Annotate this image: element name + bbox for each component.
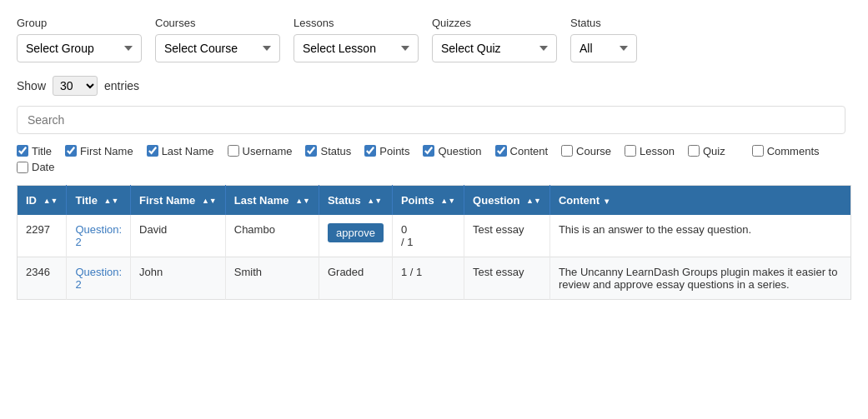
col-lastname-label: Last Name xyxy=(162,145,214,157)
col-points-label: Points xyxy=(379,145,409,157)
chevron-down-icon: ▾ xyxy=(605,197,609,206)
sort-arrows-id: ▲▼ xyxy=(43,197,58,205)
sort-arrows-points: ▲▼ xyxy=(440,197,455,205)
entries-label: entries xyxy=(104,79,139,92)
col-points-checkbox[interactable] xyxy=(364,145,376,157)
col-course-checkbox[interactable] xyxy=(561,145,573,157)
col-quiz-label: Quiz xyxy=(703,145,725,157)
col-quiz-checkbox[interactable] xyxy=(688,145,700,157)
status-filter: Status All xyxy=(570,17,637,62)
courses-label: Courses xyxy=(155,17,280,29)
th-id[interactable]: ID ▲▼ xyxy=(18,186,67,216)
cell-id: 2297 xyxy=(18,215,67,257)
sort-arrows-question: ▲▼ xyxy=(526,197,541,205)
cell-firstname: John xyxy=(131,257,226,300)
status-badge: Graded xyxy=(328,266,364,278)
lessons-filter: Lessons Select Lesson xyxy=(294,17,419,62)
cell-lastname: Chambo xyxy=(225,215,319,257)
col-content-checkbox[interactable] xyxy=(495,145,507,157)
column-toggle-col-lesson[interactable]: Lesson xyxy=(625,145,675,157)
cell-points: 0/ 1 xyxy=(392,215,464,257)
cell-question: Test essay xyxy=(464,215,550,257)
courses-filter: Courses Select Course xyxy=(155,17,280,62)
courses-select[interactable]: Select Course xyxy=(155,34,280,62)
col-date-checkbox[interactable] xyxy=(17,162,28,173)
cell-status: Graded xyxy=(319,257,392,300)
status-select[interactable]: All xyxy=(570,34,637,62)
cell-content: The Uncanny LearnDash Groups plugin make… xyxy=(549,257,850,300)
show-entries-row: Show 30 10 50 100 entries xyxy=(17,76,851,96)
column-toggle-col-comments[interactable]: Comments xyxy=(752,145,820,157)
column-toggle-col-date[interactable]: Date xyxy=(17,161,54,173)
table-header-row: ID ▲▼ Title ▲▼ First Name ▲▼ Last Name ▲… xyxy=(18,186,851,216)
group-filter: Group Select Group xyxy=(17,17,142,62)
search-box xyxy=(17,106,845,134)
col-username-checkbox[interactable] xyxy=(228,145,239,157)
lessons-label: Lessons xyxy=(294,17,419,29)
column-toggle-col-firstname[interactable]: First Name xyxy=(65,145,133,157)
column-toggle-col-course[interactable]: Course xyxy=(561,145,611,157)
th-points[interactable]: Points ▲▼ xyxy=(392,186,464,216)
col-title-checkbox[interactable] xyxy=(17,145,28,157)
cell-id: 2346 xyxy=(18,257,67,300)
search-input[interactable] xyxy=(17,106,845,134)
cell-status: approve xyxy=(319,215,392,257)
col-firstname-label: First Name xyxy=(80,145,133,157)
column-toggle-col-lastname[interactable]: Last Name xyxy=(147,145,214,157)
th-firstname[interactable]: First Name ▲▼ xyxy=(131,186,226,216)
col-content-label: Content xyxy=(510,145,549,157)
col-comments-checkbox[interactable] xyxy=(752,145,764,157)
lessons-select[interactable]: Select Lesson xyxy=(294,34,419,62)
col-status-label: Status xyxy=(320,145,351,157)
column-toggles: TitleFirst NameLast NameUsernameStatusPo… xyxy=(17,144,851,173)
cell-firstname: David xyxy=(131,215,226,257)
quizzes-label: Quizzes xyxy=(432,17,557,29)
col-title-label: Title xyxy=(32,145,52,157)
th-status[interactable]: Status ▲▼ xyxy=(319,186,392,216)
th-content: Content ▾ xyxy=(549,186,850,216)
cell-content: This is an answer to the essay question. xyxy=(549,215,850,257)
col-date-label: Date xyxy=(32,161,54,173)
cell-lastname: Smith xyxy=(225,257,319,300)
col-status-checkbox[interactable] xyxy=(305,145,317,157)
title-link[interactable]: Question: 2 xyxy=(75,223,122,248)
cell-points: 1 / 1 xyxy=(392,257,464,300)
column-toggle-col-title[interactable]: Title xyxy=(17,145,52,157)
col-question-checkbox[interactable] xyxy=(423,145,434,157)
show-label: Show xyxy=(17,79,46,92)
group-label: Group xyxy=(17,17,142,29)
column-toggle-col-quiz[interactable]: Quiz xyxy=(688,145,725,157)
col-lesson-label: Lesson xyxy=(640,145,675,157)
col-lesson-checkbox[interactable] xyxy=(625,145,636,157)
group-select[interactable]: Select Group xyxy=(17,34,142,62)
table-row: 2297Question: 2DavidChamboapprove0/ 1Tes… xyxy=(18,215,851,257)
column-toggle-col-username[interactable]: Username xyxy=(228,145,293,157)
sort-arrows-firstname: ▲▼ xyxy=(202,197,217,205)
status-label: Status xyxy=(570,17,637,29)
sort-arrows-status: ▲▼ xyxy=(367,197,382,205)
cell-question: Test essay xyxy=(464,257,550,300)
th-question[interactable]: Question ▲▼ xyxy=(464,186,550,216)
col-firstname-checkbox[interactable] xyxy=(65,145,77,157)
quizzes-select[interactable]: Select Quiz xyxy=(432,34,557,62)
table-row: 2346Question: 2JohnSmithGraded1 / 1Test … xyxy=(18,257,851,300)
column-toggle-col-status[interactable]: Status xyxy=(305,145,351,157)
column-toggle-col-question[interactable]: Question xyxy=(423,145,481,157)
col-username-label: Username xyxy=(243,145,293,157)
filters-row: Group Select Group Courses Select Course… xyxy=(17,17,851,62)
entries-count-select[interactable]: 30 10 50 100 xyxy=(53,76,98,96)
col-comments-label: Comments xyxy=(767,145,820,157)
title-link[interactable]: Question: 2 xyxy=(75,266,122,291)
sort-arrows-lastname: ▲▼ xyxy=(295,197,310,205)
col-lastname-checkbox[interactable] xyxy=(147,145,158,157)
th-title[interactable]: Title ▲▼ xyxy=(67,186,131,216)
data-table: ID ▲▼ Title ▲▼ First Name ▲▼ Last Name ▲… xyxy=(17,185,851,300)
quizzes-filter: Quizzes Select Quiz xyxy=(432,17,557,62)
approve-button[interactable]: approve xyxy=(328,223,384,242)
col-question-label: Question xyxy=(438,145,481,157)
col-course-label: Course xyxy=(576,145,611,157)
cell-title: Question: 2 xyxy=(67,215,131,257)
column-toggle-col-content[interactable]: Content xyxy=(495,145,549,157)
th-lastname[interactable]: Last Name ▲▼ xyxy=(225,186,319,216)
column-toggle-col-points[interactable]: Points xyxy=(364,145,409,157)
